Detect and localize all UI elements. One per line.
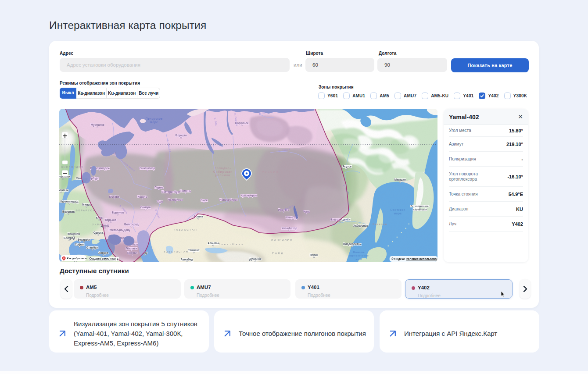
svg-text:равнина: равнина xyxy=(215,174,230,177)
svg-text:море: море xyxy=(150,121,158,124)
svg-text:Как добраться: Как добраться xyxy=(67,256,87,260)
svg-text:РОССИЯ: РОССИЯ xyxy=(262,171,279,173)
svg-text:© Яндекс: © Яндекс xyxy=(391,257,405,261)
svg-text:Создать свою карту: Создать свою карту xyxy=(89,257,118,260)
svg-text:Западно-: Западно- xyxy=(215,167,231,170)
svg-text:Сибирская: Сибирская xyxy=(213,170,233,174)
svg-text:Условия использования: Условия использования xyxy=(406,257,437,260)
svg-text:Печорское: Печорское xyxy=(146,117,163,121)
